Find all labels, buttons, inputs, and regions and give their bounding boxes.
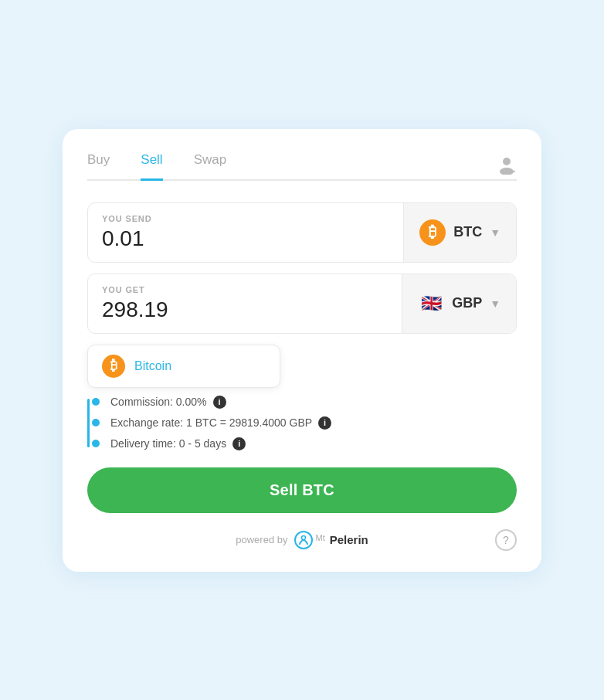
get-currency-name: GBP <box>452 295 482 311</box>
pelerin-brand-prefix: Mt <box>315 533 324 542</box>
send-label: YOU SEND <box>102 214 389 223</box>
tab-sell[interactable]: Sell <box>141 152 162 181</box>
exchange-rate-info-icon[interactable]: i <box>318 416 331 430</box>
tabs-row: Buy Sell Swap <box>87 151 517 181</box>
delivery-time-info-icon[interactable]: i <box>232 437 246 450</box>
svg-point-0 <box>503 158 511 165</box>
delivery-time-row: Delivery time: 0 - 5 days i <box>98 437 517 450</box>
sell-button[interactable]: Sell BTC <box>87 467 517 513</box>
exchange-rate-text: Exchange rate: 1 BTC = 29819.4000 GBP <box>110 416 312 429</box>
main-card: Buy Sell Swap YOU SEND 0.01 ₿ BTC ▼ <box>63 129 541 572</box>
footer: powered by Mt Pelerin ? <box>87 530 517 550</box>
send-left: YOU SEND 0.01 <box>88 203 403 262</box>
gbp-flag-icon: 🇬🇧 <box>418 291 444 317</box>
exchange-rate-row: Exchange rate: 1 BTC = 29819.4000 GBP i <box>98 416 517 430</box>
info-section: Commission: 0.00% i Exchange rate: 1 BTC… <box>87 396 517 450</box>
delivery-time-dot <box>92 440 100 447</box>
bitcoin-suggestion[interactable]: ₿ Bitcoin <box>87 345 280 388</box>
commission-info-icon[interactable]: i <box>213 396 226 409</box>
delivery-time-text: Delivery time: 0 - 5 days <box>110 437 226 450</box>
get-input-box: YOU GET 298.19 🇬🇧 GBP ▼ <box>87 274 517 334</box>
send-currency-chevron: ▼ <box>490 226 501 239</box>
dropdown-area: ₿ Bitcoin <box>87 345 517 388</box>
bitcoin-suggest-icon: ₿ <box>102 355 125 378</box>
get-label: YOU GET <box>102 285 388 294</box>
send-input-box: YOU SEND 0.01 ₿ BTC ▼ <box>87 202 517 263</box>
get-currency-chevron: ▼ <box>490 297 501 310</box>
send-value[interactable]: 0.01 <box>102 226 389 251</box>
get-left: YOU GET 298.19 <box>88 274 402 333</box>
exchange-rate-dot <box>92 419 100 426</box>
help-icon[interactable]: ? <box>495 529 517 551</box>
svg-point-4 <box>302 535 306 539</box>
commission-dot <box>92 398 100 406</box>
powered-by-section: powered by Mt Pelerin <box>236 530 368 550</box>
tab-swap[interactable]: Swap <box>194 152 227 181</box>
tab-buy[interactable]: Buy <box>87 152 110 181</box>
tabs: Buy Sell Swap <box>87 151 226 179</box>
get-currency-selector[interactable]: 🇬🇧 GBP ▼ <box>402 274 516 333</box>
pelerin-brand-name: Pelerin <box>330 533 368 546</box>
user-account-icon[interactable] <box>497 155 517 175</box>
get-value[interactable]: 298.19 <box>102 297 388 322</box>
commission-row: Commission: 0.00% i <box>98 396 517 409</box>
get-section: YOU GET 298.19 🇬🇧 GBP ▼ <box>87 274 517 334</box>
bitcoin-suggest-label: Bitcoin <box>134 359 171 373</box>
send-currency-name: BTC <box>453 224 482 240</box>
send-currency-selector[interactable]: ₿ BTC ▼ <box>403 203 516 262</box>
commission-text: Commission: 0.00% <box>110 396 207 408</box>
powered-by-text: powered by <box>236 534 287 545</box>
pelerin-logo[interactable]: Mt Pelerin <box>294 530 368 550</box>
btc-icon: ₿ <box>419 219 446 246</box>
send-section: YOU SEND 0.01 ₿ BTC ▼ <box>87 202 517 263</box>
info-line-bar <box>87 399 90 447</box>
